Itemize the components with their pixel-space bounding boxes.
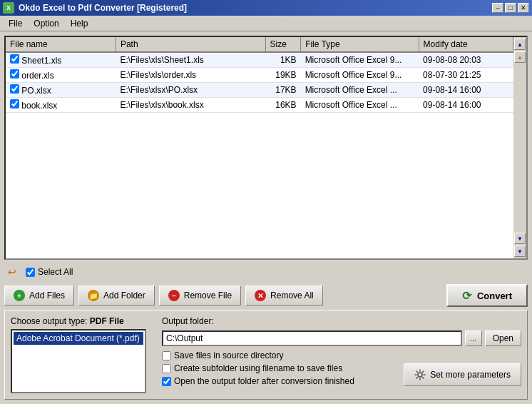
table-row[interactable]: order.xls E:\Files\xls\order.xls 19KB Mi… xyxy=(6,68,513,83)
select-all-checkbox[interactable] xyxy=(26,268,35,277)
add-folder-button[interactable]: 📁 Add Folder xyxy=(78,286,155,305)
open-after-conversion-label: Open the output folder after conversion … xyxy=(174,376,354,386)
scroll-top-button[interactable]: ▲ xyxy=(514,39,526,50)
remove-file-icon: – xyxy=(168,290,180,301)
remove-all-label: Remove All xyxy=(270,291,314,301)
menu-option[interactable]: Option xyxy=(28,17,64,30)
output-type-item[interactable]: Adobe Acrobat Document (*.pdf) xyxy=(14,332,143,345)
close-button[interactable]: ✕ xyxy=(518,3,529,13)
cell-path: E:\Files\xlsx\book.xlsx xyxy=(116,98,265,113)
col-header-size: Size xyxy=(265,37,301,52)
main-area: File name Path Size File Type Modify dat… xyxy=(0,31,532,404)
create-subfolder-checkbox[interactable] xyxy=(162,364,171,373)
cell-filetype: Microsoft Office Excel ... xyxy=(301,83,419,98)
col-header-path: Path xyxy=(116,37,265,52)
file-table: File name Path Size File Type Modify dat… xyxy=(6,37,513,113)
cell-size: 16KB xyxy=(265,98,301,113)
remove-file-label: Remove File xyxy=(184,291,232,301)
cell-filename: book.xlsx xyxy=(6,98,116,113)
cell-filename: Sheet1.xls xyxy=(6,52,116,68)
cell-size: 17KB xyxy=(265,83,301,98)
app-icon: X xyxy=(3,2,14,14)
table-row[interactable]: book.xlsx E:\Files\xlsx\book.xlsx 16KB M… xyxy=(6,98,513,113)
open-after-conversion-checkbox[interactable] xyxy=(162,377,171,386)
open-after-conversion-row: Open the output folder after conversion … xyxy=(162,376,398,386)
output-type-list[interactable]: Adobe Acrobat Document (*.pdf) xyxy=(11,329,146,393)
cell-path: E:\Files\xls\Sheet1.xls xyxy=(116,52,265,68)
create-subfolder-label: Create subfolder using filename to save … xyxy=(174,363,342,373)
save-in-source-row: Save files in source directory xyxy=(162,350,398,360)
convert-icon: ⟳ xyxy=(462,289,471,303)
cell-filetype: Microsoft Office Excel ... xyxy=(301,98,419,113)
add-folder-label: Add Folder xyxy=(103,291,145,301)
title-bar: X Okdo Excel to Pdf Converter [Registere… xyxy=(0,0,532,16)
remove-all-button[interactable]: ✕ Remove All xyxy=(245,286,323,305)
svg-point-0 xyxy=(418,373,422,377)
window-controls: – □ ✕ xyxy=(492,3,529,13)
folder-browse-button[interactable]: ... xyxy=(465,330,482,346)
output-type-section: Choose output type: PDF File Adobe Acrob… xyxy=(11,316,153,393)
bottom-controls: ↩ Select All xyxy=(4,263,528,281)
add-files-label: Add Files xyxy=(29,291,65,301)
cell-size: 1KB xyxy=(265,52,301,68)
menu-bar: File Option Help xyxy=(0,16,532,31)
convert-button[interactable]: ⟳ Convert xyxy=(446,284,528,307)
scroll-buttons: ▲ ▲ ▼ ▼ xyxy=(513,37,526,258)
remove-file-button[interactable]: – Remove File xyxy=(159,286,241,305)
title-text: X Okdo Excel to Pdf Converter [Registere… xyxy=(3,2,187,14)
table-row[interactable]: Sheet1.xls E:\Files\xls\Sheet1.xls 1KB M… xyxy=(6,52,513,68)
output-folder-row: Output folder: xyxy=(162,316,521,326)
output-folder-section: Output folder: ... Open Save files in so… xyxy=(162,316,521,393)
row-checkbox[interactable] xyxy=(10,99,19,108)
app-title: Okdo Excel to Pdf Converter [Registered] xyxy=(19,3,187,13)
cell-moddate: 09-08-14 16:00 xyxy=(419,98,513,113)
cell-filename: order.xls xyxy=(6,68,116,83)
remove-all-icon: ✕ xyxy=(255,290,266,301)
cell-moddate: 09-08-14 16:00 xyxy=(419,83,513,98)
cell-moddate: 08-07-30 21:25 xyxy=(419,68,513,83)
output-settings-panel: Choose output type: PDF File Adobe Acrob… xyxy=(4,310,528,400)
set-more-params-button[interactable]: Set more parameters xyxy=(404,363,521,386)
cell-moddate: 09-08-08 20:03 xyxy=(419,52,513,68)
maximize-button[interactable]: □ xyxy=(505,3,516,13)
scroll-down-button[interactable]: ▼ xyxy=(514,233,526,244)
add-files-icon: + xyxy=(14,290,25,301)
scroll-up-button[interactable]: ▲ xyxy=(514,51,526,63)
scroll-bottom-button[interactable]: ▼ xyxy=(514,246,526,257)
file-list-container: File name Path Size File Type Modify dat… xyxy=(4,36,528,260)
convert-label: Convert xyxy=(477,291,512,301)
row-checkbox[interactable] xyxy=(10,84,19,94)
file-table-wrapper[interactable]: File name Path Size File Type Modify dat… xyxy=(6,37,513,258)
create-subfolder-row: Create subfolder using filename to save … xyxy=(162,363,398,373)
minimize-button[interactable]: – xyxy=(492,3,503,13)
action-buttons: + Add Files 📁 Add Folder – Remove File ✕… xyxy=(4,284,528,307)
select-all-label[interactable]: Select All xyxy=(38,267,73,277)
row-checkbox[interactable] xyxy=(10,69,19,79)
menu-help[interactable]: Help xyxy=(65,17,94,30)
folder-open-button[interactable]: Open xyxy=(485,330,521,346)
cell-path: E:\Files\xls\order.xls xyxy=(116,68,265,83)
table-row[interactable]: PO.xlsx E:\Files\xlsx\PO.xlsx 17KB Micro… xyxy=(6,83,513,98)
checkbox-rows: Save files in source directory Create su… xyxy=(162,350,398,386)
add-folder-icon: 📁 xyxy=(88,290,99,301)
folder-input-row: ... Open xyxy=(162,330,521,346)
row-checkbox[interactable] xyxy=(10,54,19,64)
select-all-area: Select All xyxy=(26,267,73,277)
cell-filename: PO.xlsx xyxy=(6,83,116,98)
gear-icon xyxy=(414,369,426,380)
cell-filetype: Microsoft Office Excel 9... xyxy=(301,68,419,83)
cell-filetype: Microsoft Office Excel 9... xyxy=(301,52,419,68)
folder-path-input[interactable] xyxy=(162,330,462,346)
cell-size: 19KB xyxy=(265,68,301,83)
col-header-moddate: Modify date xyxy=(419,37,513,52)
col-header-filetype: File Type xyxy=(301,37,419,52)
back-button[interactable]: ↩ xyxy=(4,264,20,280)
add-files-button[interactable]: + Add Files xyxy=(4,286,74,305)
menu-file[interactable]: File xyxy=(3,17,28,30)
output-type-label: Choose output type: PDF File xyxy=(11,316,153,326)
col-header-filename: File name xyxy=(6,37,116,52)
set-more-params-label: Set more parameters xyxy=(430,370,511,380)
cell-path: E:\Files\xlsx\PO.xlsx xyxy=(116,83,265,98)
save-in-source-checkbox[interactable] xyxy=(162,351,171,360)
save-in-source-label: Save files in source directory xyxy=(174,350,283,360)
